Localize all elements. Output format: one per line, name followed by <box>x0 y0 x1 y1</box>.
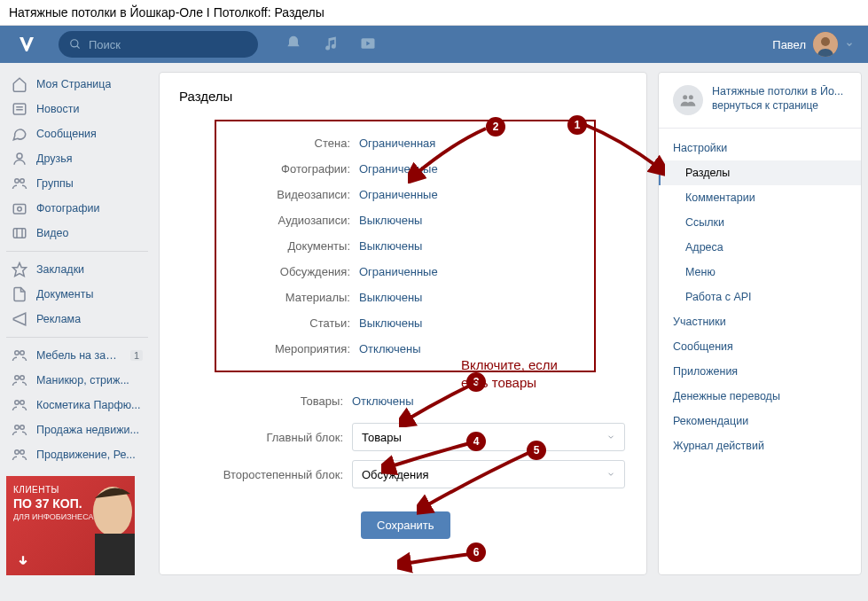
nav-item[interactable]: Документы <box>6 282 148 307</box>
svg-point-20 <box>20 376 25 380</box>
nav-item[interactable]: Мебель на зака...1 <box>6 343 148 368</box>
user-menu[interactable]: Павел <box>772 32 859 57</box>
annotation-arrow-6 <box>397 551 477 574</box>
settings-nav-item[interactable]: Комментарии <box>659 185 861 210</box>
svg-point-17 <box>15 351 20 355</box>
settings-nav-item[interactable]: Участники <box>659 309 861 334</box>
settings-nav-item[interactable]: Работа с API <box>659 285 861 309</box>
svg-point-24 <box>20 425 25 430</box>
search-box[interactable] <box>59 31 258 58</box>
nav-label: Закладки <box>36 263 84 276</box>
svg-point-12 <box>18 207 22 212</box>
nav-item[interactable]: Закладки <box>6 257 148 282</box>
group-header[interactable]: Натяжные потолки в Йо... вернуться к стр… <box>659 85 861 129</box>
svg-point-0 <box>71 40 78 47</box>
nav-item[interactable]: Маникюр, стриж... <box>6 368 148 393</box>
settings-nav-item[interactable]: Разделы <box>659 160 861 185</box>
bookmark-icon <box>12 261 27 277</box>
shortcut-icon <box>12 447 27 463</box>
annotation-arrow-2 <box>408 126 492 183</box>
setting-label: Стена: <box>222 137 359 150</box>
svg-point-21 <box>15 401 20 405</box>
group-avatar <box>673 85 703 115</box>
nav-item[interactable]: Продвижение, Ре... <box>6 442 148 467</box>
music-icon[interactable] <box>322 35 340 55</box>
setting-value[interactable]: Ограниченные <box>359 188 438 201</box>
main-panel: Разделы Стена:ОграниченнаяФотографии:Огр… <box>159 72 647 575</box>
nav-item[interactable]: Новости <box>6 97 148 121</box>
user-name: Павел <box>772 38 806 51</box>
svg-point-22 <box>20 401 25 405</box>
settings-nav-item[interactable]: Адреса <box>659 235 861 260</box>
nav-label: Видео <box>36 227 69 239</box>
browser-title: Натяжные потолки в Йошкар-Оле I Потолкоf… <box>0 0 868 26</box>
news-icon <box>12 101 27 117</box>
settings-nav-item[interactable]: Денежные переводы <box>659 384 861 409</box>
video-play-icon[interactable] <box>359 35 377 55</box>
nav-item[interactable]: Фотографии <box>6 196 148 221</box>
settings-nav-item[interactable]: Приложения <box>659 359 861 384</box>
search-input[interactable] <box>89 38 247 51</box>
setting-value[interactable]: Выключены <box>359 214 422 227</box>
nav-badge: 1 <box>130 350 143 361</box>
svg-rect-13 <box>13 229 26 238</box>
nav-label: Продажа недвижи... <box>36 424 139 436</box>
nav-item[interactable]: Друзья <box>6 146 148 171</box>
settings-nav-list: НастройкиРазделыКомментарииСсылкиАдресаМ… <box>659 129 861 458</box>
chevron-down-icon <box>606 431 615 444</box>
divider <box>6 337 148 338</box>
notifications-icon[interactable] <box>285 35 302 55</box>
setting-label: Мероприятия: <box>222 342 359 355</box>
nav-item[interactable]: Продажа недвижи... <box>6 418 148 442</box>
shortcut-icon <box>12 372 27 388</box>
settings-highlight-box: Стена:ОграниченнаяФотографии:Ограниченны… <box>215 120 596 372</box>
back-link[interactable]: вернуться к странице <box>712 99 843 112</box>
photos-icon <box>12 200 27 216</box>
settings-nav-item[interactable]: Сообщения <box>659 334 861 359</box>
nav-label: Фотографии <box>36 202 99 215</box>
nav-item[interactable]: Косметика Парфю... <box>6 393 148 418</box>
setting-value[interactable]: Выключены <box>359 239 422 253</box>
svg-point-10 <box>20 179 25 183</box>
nav-label: Косметика Парфю... <box>36 399 140 411</box>
nav-label: Мебель на зака... <box>36 349 121 362</box>
settings-nav-item[interactable]: Рекомендации <box>659 409 861 433</box>
nav-label: Сообщения <box>36 128 97 140</box>
group-name: Натяжные потолки в Йо... <box>712 85 843 98</box>
nav-item[interactable]: Реклама <box>6 307 148 332</box>
annotation-arrow-1 <box>581 121 665 179</box>
setting-value[interactable]: Выключены <box>359 291 422 304</box>
vk-logo[interactable] <box>16 32 41 57</box>
nav-label: Моя Страница <box>36 78 111 90</box>
settings-nav-item[interactable]: Настройки <box>659 136 861 160</box>
settings-nav-item[interactable]: Журнал действий <box>659 433 861 458</box>
chevron-down-icon <box>845 38 854 51</box>
top-bar: Павел <box>0 26 868 63</box>
svg-rect-28 <box>95 534 135 575</box>
setting-label: Документы: <box>222 239 359 253</box>
setting-label: Материалы: <box>222 291 359 304</box>
svg-point-18 <box>20 351 25 355</box>
svg-line-1 <box>77 46 80 49</box>
download-arrow-icon <box>15 554 31 570</box>
setting-value[interactable]: Ограниченные <box>359 265 438 278</box>
setting-value[interactable]: Выключены <box>359 316 422 330</box>
svg-rect-11 <box>13 205 26 215</box>
divider <box>6 251 148 252</box>
docs-icon <box>12 286 27 302</box>
promo-ad[interactable]: КЛИЕНТЫ ПО 37 КОП. ДЛЯ ИНФОБИЗНЕСА <box>6 476 135 575</box>
setting-row: Материалы:Выключены <box>222 285 582 310</box>
page-heading: Разделы <box>179 89 627 104</box>
home-icon <box>12 76 27 92</box>
settings-nav-item[interactable]: Меню <box>659 260 861 285</box>
nav-item[interactable]: Видео <box>6 221 148 246</box>
search-icon <box>69 38 82 51</box>
settings-nav-item[interactable]: Ссылки <box>659 210 861 235</box>
nav-item[interactable]: Группы <box>6 171 148 196</box>
nav-label: Маникюр, стриж... <box>36 374 129 386</box>
nav-label: Документы <box>36 288 93 300</box>
nav-item[interactable]: Сообщения <box>6 121 148 146</box>
setting-value[interactable]: Отключены <box>359 342 420 355</box>
nav-item[interactable]: Моя Страница <box>6 72 148 97</box>
group-icon <box>679 91 697 109</box>
